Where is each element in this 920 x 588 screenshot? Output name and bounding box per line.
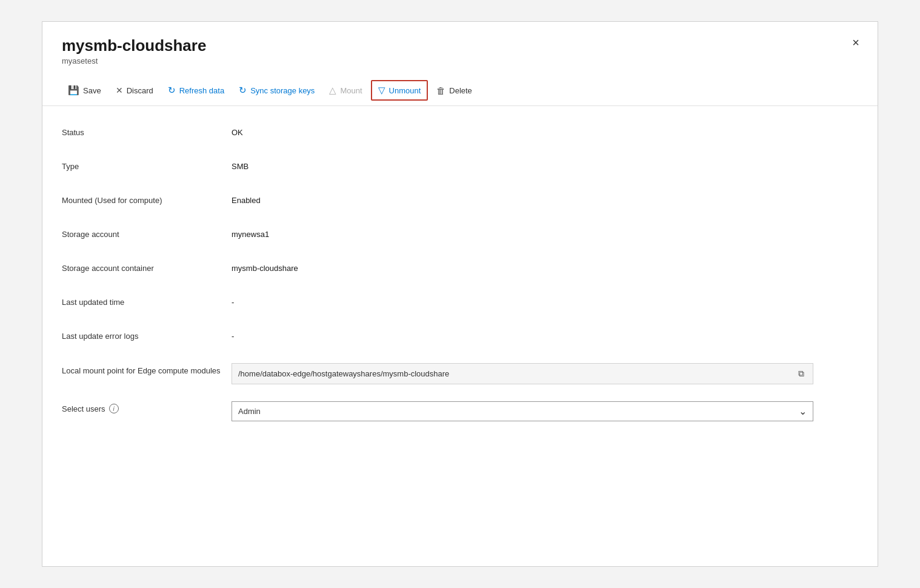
refresh-icon: ↻ (168, 85, 176, 96)
save-icon: 💾 (68, 85, 79, 96)
type-label: Type (62, 159, 232, 171)
delete-button[interactable]: 🗑 Delete (430, 82, 478, 99)
panel-header: mysmb-cloudshare myasetest (42, 22, 878, 65)
field-row-storage-account: Storage account mynewsa1 (62, 227, 858, 244)
storage-container-value: mysmb-cloudshare (232, 261, 858, 273)
type-value: SMB (232, 159, 858, 171)
delete-icon: 🗑 (436, 85, 445, 96)
mount-point-label: Local mount point for Edge compute modul… (62, 363, 232, 376)
chevron-down-icon: ⌄ (799, 406, 807, 417)
unmount-button[interactable]: ▽ Unmount (371, 80, 428, 101)
panel: mysmb-cloudshare myasetest × 💾 Save ✕ Di… (42, 21, 878, 567)
mount-button[interactable]: △ Mount (323, 81, 368, 99)
discard-icon: ✕ (116, 85, 123, 95)
mounted-value: Enabled (232, 193, 858, 205)
panel-title: mysmb-cloudshare (62, 36, 858, 55)
delete-label: Delete (449, 86, 472, 95)
mounted-label: Mounted (Used for compute) (62, 193, 232, 205)
field-row-storage-container: Storage account container mysmb-cloudsha… (62, 261, 858, 278)
refresh-label: Refresh data (179, 86, 224, 95)
storage-account-label: Storage account (62, 227, 232, 239)
mount-point-value: /home/databox-edge/hostgatewayshares/mys… (238, 369, 796, 378)
select-users-value: Admin (238, 407, 799, 416)
field-row-error-logs: Last update error logs - (62, 329, 858, 346)
copy-icon[interactable]: ⧉ (796, 367, 807, 380)
field-row-last-updated: Last updated time - (62, 295, 858, 312)
storage-container-label: Storage account container (62, 261, 232, 273)
unmount-icon: ▽ (378, 85, 385, 96)
close-button[interactable]: × (848, 34, 863, 51)
toolbar: 💾 Save ✕ Discard ↻ Refresh data ↻ Sync s… (42, 75, 878, 106)
sync-button[interactable]: ↻ Sync storage keys (233, 81, 321, 99)
panel-subtitle: myasetest (62, 56, 858, 65)
sync-icon: ↻ (239, 85, 247, 96)
save-button[interactable]: 💾 Save (62, 81, 107, 99)
status-label: Status (62, 125, 232, 137)
mount-point-input: /home/databox-edge/hostgatewayshares/mys… (232, 363, 813, 384)
discard-button[interactable]: ✕ Discard (110, 82, 159, 99)
refresh-button[interactable]: ↻ Refresh data (162, 81, 230, 99)
select-users-info-icon: i (109, 404, 119, 413)
field-row-select-users: Select users i Admin ⌄ (62, 401, 858, 421)
field-row-mount-point: Local mount point for Edge compute modul… (62, 363, 858, 384)
select-users-dropdown[interactable]: Admin ⌄ (232, 401, 813, 421)
last-updated-value: - (232, 295, 858, 307)
error-logs-label: Last update error logs (62, 329, 232, 341)
select-users-label: Select users i (62, 401, 232, 413)
discard-label: Discard (127, 86, 153, 95)
mount-label: Mount (340, 86, 362, 95)
field-row-type: Type SMB (62, 159, 858, 176)
status-value: OK (232, 125, 858, 137)
sync-label: Sync storage keys (250, 86, 315, 95)
save-label: Save (83, 86, 101, 95)
content: Status OK Type SMB Mounted (Used for com… (42, 106, 878, 458)
mount-icon: △ (329, 85, 336, 96)
field-row-mounted: Mounted (Used for compute) Enabled (62, 193, 858, 210)
last-updated-label: Last updated time (62, 295, 232, 307)
field-row-status: Status OK (62, 125, 858, 142)
error-logs-value: - (232, 329, 858, 341)
unmount-label: Unmount (389, 86, 421, 95)
storage-account-value: mynewsa1 (232, 227, 858, 239)
